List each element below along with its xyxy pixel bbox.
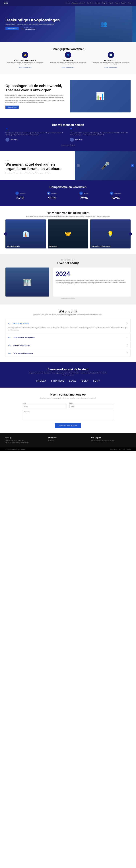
ervaring-text: Lorem ipsum dolor sit amet, consectetur … (48, 62, 88, 65)
talent-text: Lorem ipsum dolor sit amet, consectetur … (23, 215, 113, 217)
nav-about[interactable]: About Us (79, 2, 86, 4)
accordion-arrow-4: ∨ (126, 352, 128, 354)
testimonial-sam-author: Sam Perry (70, 138, 131, 142)
accordion-num-1: 01. (8, 322, 11, 324)
nav-p5[interactable]: Page 5 (128, 2, 132, 4)
accordion-item-compensation: 02. Compensation Management ∨ (6, 333, 130, 341)
footer-copyright: © 2024 HR Solutions. All rights reserved… (5, 449, 25, 450)
nav-p3[interactable]: Page 3 (115, 2, 120, 4)
flex-link[interactable]: MEER INFORMATIE (104, 67, 117, 68)
accordion-header-compensation[interactable]: 02. Compensation Management ∨ (6, 333, 130, 341)
accordion-header-performance[interactable]: 04. Performance Management ∨ (6, 349, 130, 356)
oplossingen-btn[interactable]: LEES VERDER (5, 105, 19, 108)
comp-membership-icon: ★ (110, 191, 113, 195)
comp-trainingen-icon: 📋 (47, 191, 50, 195)
talent-cards: 👔 Uitvoerend zoeken 🤝 HR-werving 💡 Innov… (5, 219, 131, 248)
nav-home[interactable]: Home (66, 2, 70, 4)
hero-content: Deskundige HR-oplossingen Sample large t… (5, 18, 74, 30)
comp-werving-percent: 75% (69, 196, 99, 200)
footer-address-la: 306 Main St Suites #2 Los Angeles CA 900… (91, 440, 131, 442)
talent-card-2-image: 🤝 (48, 219, 88, 248)
nav-team[interactable]: Our Team (87, 2, 94, 4)
oplossingen-title: Oplossingen uit de echte wereld, speciaa… (5, 84, 66, 92)
accordion-arrow-2: ∨ (126, 336, 128, 338)
logo: logo (4, 2, 8, 4)
quote-icon-right: ❝ (70, 127, 131, 132)
testimonial-sam: ❝ Lorem ipsum do lor sit amet, consectet… (70, 127, 131, 142)
comp-membership-percent: 62% (101, 196, 131, 200)
forums-image-icon: 🎤 (101, 161, 110, 170)
partner-tesla: TESLA (80, 380, 89, 382)
talent-card-3: 💡 Innovatieve HR-oplossingen (90, 219, 131, 248)
voordeel-kostenbesparingen: 💰 KOSTENBESPARINGEN Lorem ipsum dolor si… (5, 52, 45, 69)
email-field[interactable] (23, 404, 67, 408)
bedrijf-text: Lorem ipsum dolor sit amet, consectetur … (56, 279, 128, 285)
accordion-body-recruitment: Lorem ipsum dolor sit amet, consectetur … (6, 327, 130, 333)
comp-voordelen-label-row: ✓ Voordelen (5, 191, 35, 195)
contact-title: Neem contact met ons op (5, 393, 131, 396)
paul-name: Paul Smit (11, 139, 18, 141)
partner-evga: EVGA (69, 380, 76, 382)
accordion-header-recruitment[interactable]: 01. Recruitment Staffing ∧ (6, 319, 130, 327)
partner-binance: ◈ BINANCE (51, 380, 65, 382)
nav-contact[interactable]: Contact (95, 2, 100, 4)
comp-membership-label-row: ★ Membership (101, 191, 131, 195)
footer-link-privacy[interactable]: Privacy Policy (110, 449, 116, 450)
bedrijf-year: 2024 (56, 270, 128, 278)
voordelen-grid: 💰 KOSTENBESPARINGEN Lorem ipsum dolor si… (5, 52, 131, 69)
footer-link-sitemap[interactable]: Sitemap (127, 449, 131, 450)
forums-next-button[interactable]: › (131, 164, 134, 167)
comp-voordelen-percent: 67% (5, 196, 35, 200)
partners-title: Samenwerken met de besten! (5, 368, 131, 371)
hero-people-image: 👥 (75, 6, 132, 42)
submit-button[interactable]: BERICHT VERZENDEN (55, 423, 81, 428)
hoe-mensen-title: Hoe wij mensen helpen (5, 123, 131, 127)
accordion-num-4: 04. (8, 352, 11, 354)
footer-links: Privacy Policy Terms of Use Sitemap (110, 449, 131, 450)
comp-werving: ⚠ Werving 75% (69, 191, 99, 200)
footer-offices: Sydney 45 Princess Rd Sigmore NSW 2010 1… (5, 437, 131, 444)
bedrijf-photo-credit: Afbeeldingen van Unsplash (5, 298, 131, 299)
footer-melbourne: Melbourne Melbourne (48, 437, 88, 444)
contact-section: Neem contact met ons op Heeft u vragen o… (0, 388, 136, 433)
partners-logos: CROLLA ◈ BINANCE EVGA TESLA SONY (5, 380, 131, 382)
nav-p2[interactable]: Page 2 (109, 2, 113, 4)
contact-subtitle: Heeft u vragen of opmerkingen? Gebruik o… (5, 397, 131, 399)
ervaring-icon: 👤 (65, 52, 71, 58)
oplossingen-text1: Digitum vulputate leo at arcu in nibh. V… (5, 94, 66, 98)
comp-trainingen-label-row: 📋 Trainingen (37, 191, 67, 195)
hero-cta-button[interactable]: LEES VERDER (5, 27, 19, 30)
header: logo Home Juridisch About Us Our Team Co… (0, 0, 136, 6)
message-field[interactable] (23, 410, 113, 421)
forums-prev-button[interactable]: ‹ (77, 164, 80, 167)
name-field[interactable] (69, 404, 113, 408)
compensatie-section: Compensatie en voordelen ✓ Voordelen 67%… (0, 180, 136, 206)
oplossingen-section: Oplossingen uit de echte wereld, speciaa… (0, 74, 136, 118)
form-row-top: Email Naam (23, 402, 113, 408)
oplossingen-text2: Ut vel elementum velit. Nam tempus, ex v… (5, 99, 66, 103)
talent-prev-button[interactable]: ‹ (4, 232, 7, 236)
accordion-arrow-3: ∨ (126, 344, 128, 346)
kosten-link[interactable]: MEER INFORMATIE (19, 67, 32, 68)
testimonial-paul-text: Lorem ipsum do lor sit amet, consectetur… (5, 132, 66, 136)
talent-next-button[interactable]: › (129, 232, 132, 236)
accordion-item-training: 03. Training Development ∨ (6, 341, 130, 349)
email-label: Email (23, 402, 67, 404)
ervaring-link[interactable]: MEER INFORMATIE (62, 67, 74, 68)
nav-p1[interactable]: Page 1 (102, 2, 107, 4)
onderzoek-credit: Afbeeldingen van Unsplash (5, 144, 131, 146)
nav-p4[interactable]: Page 4 (121, 2, 126, 4)
oplossingen-content: Oplossingen uit de echte wereld, speciaa… (5, 84, 66, 109)
partners-section: Samenwerken met de besten! Plongit, lore… (0, 362, 136, 388)
accordion-title-performance: Performance Management (13, 352, 33, 354)
accordion-header-training[interactable]: 03. Training Development ∨ (6, 341, 130, 349)
forums-inner: OVER Wij nemen actief deel aan en organi… (0, 151, 136, 180)
voordelen-section: Belangrijkste voordelen 💰 KOSTENBESPARIN… (0, 42, 136, 74)
nav-juridisch[interactable]: Juridisch (72, 2, 78, 4)
bedrijf-section: GESCHIEDENIS Over het bedrijf 🏢 2024 Lor… (0, 254, 136, 305)
hero-title: Deskundige HR-oplossingen (5, 18, 74, 23)
footer-city-la: Los Angeles (91, 437, 131, 439)
footer-link-terms[interactable]: Terms of Use (118, 449, 125, 450)
talent-card-1-image: 👔 (5, 219, 46, 248)
compensatie-grid: ✓ Voordelen 67% 📋 Trainingen 90% ⚠ Wervi… (5, 191, 131, 200)
